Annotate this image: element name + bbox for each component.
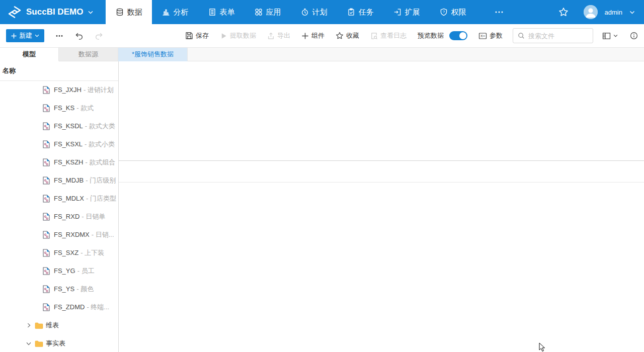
brand-chevron-down-icon	[88, 11, 93, 14]
model-canvas[interactable]	[119, 61, 644, 352]
nav-item-more[interactable]	[476, 0, 522, 24]
nav-label: 应用	[266, 8, 281, 17]
username-label[interactable]: admin	[605, 9, 622, 16]
file-tree-item[interactable]: FS_SXZ- 上下装	[0, 244, 118, 262]
file-description: - 门店类型	[86, 195, 116, 202]
save-icon	[185, 32, 193, 40]
main-area: 名称 FS_JXJH- 进销计划 FS_KS- 款式	[0, 61, 644, 352]
favorite-star-icon[interactable]	[558, 7, 569, 17]
folder-label: 事实表	[46, 339, 65, 348]
file-tree-item[interactable]: FS_YG- 员工	[0, 262, 118, 280]
succbi-logo-icon	[8, 6, 21, 19]
nav-item-permissions[interactable]: ? 权限	[430, 0, 476, 24]
model-file-icon	[43, 285, 50, 293]
file-description: - 款式	[76, 104, 94, 112]
folder-row-dimension-tables[interactable]: 维表	[0, 316, 118, 334]
shield-icon: ?	[440, 8, 448, 16]
file-tree-item[interactable]: FS_JXJH- 进销计划	[0, 81, 118, 99]
stopwatch-icon	[301, 8, 309, 16]
file-code: FS_KS	[54, 104, 74, 112]
toolbar-more-button[interactable]	[55, 35, 63, 37]
params-icon: X=	[478, 32, 487, 40]
file-description: - 款式组合	[86, 158, 116, 166]
nav-label: 数据	[127, 8, 142, 17]
play-icon	[220, 32, 227, 40]
model-sidebar: 名称 FS_JXJH- 进销计划 FS_KS- 款式	[0, 61, 119, 352]
extract-data-label: 提取数据	[230, 31, 256, 40]
new-button-label: 新建	[19, 31, 32, 40]
file-code: FS_MDJB	[54, 177, 84, 184]
undo-button[interactable]	[74, 32, 84, 40]
tab-model[interactable]: 模型	[0, 48, 59, 61]
file-code: FS_YS	[54, 285, 74, 293]
nav-item-data[interactable]: 数据	[106, 0, 152, 24]
extract-data-button[interactable]: 提取数据	[220, 31, 256, 40]
search-files-box[interactable]	[513, 28, 593, 43]
file-code: FS_RXD	[54, 213, 79, 220]
favorite-button[interactable]: 收藏	[336, 31, 359, 40]
folder-icon	[35, 322, 43, 329]
nav-item-forms[interactable]: 表单	[198, 0, 245, 24]
file-tree-item[interactable]: FS_KS- 款式	[0, 99, 118, 117]
model-file-icon	[43, 122, 50, 130]
redo-button[interactable]	[95, 32, 104, 40]
export-button[interactable]: 导出	[267, 31, 290, 40]
export-icon	[267, 32, 275, 40]
preview-data-toggle[interactable]	[449, 31, 467, 40]
file-tree-item[interactable]: FS_RXD- 日销单	[0, 208, 118, 226]
chevron-right-icon[interactable]	[25, 322, 32, 329]
file-description: - 门店级别	[86, 177, 116, 184]
info-button[interactable]	[630, 32, 638, 40]
component-button[interactable]: 组件	[301, 31, 325, 40]
file-code: FS_KSDL	[54, 122, 83, 130]
layout-switch-button[interactable]	[602, 32, 618, 40]
file-code: FS_RXDMX	[54, 231, 90, 238]
model-file-icon	[43, 267, 50, 275]
brand-title: SuccBI DEMO	[26, 7, 83, 17]
nav-label: 表单	[220, 8, 235, 17]
sidebar-header-name: 名称	[0, 61, 118, 81]
tab-document-clothing-sales[interactable]: *服饰销售数据	[118, 48, 188, 61]
preview-data-control: 预览数据	[418, 31, 467, 40]
new-button[interactable]: 新建	[6, 29, 44, 42]
nav-item-plans[interactable]: 计划	[291, 0, 337, 24]
file-code: FS_KSZH	[54, 158, 84, 166]
brand-area[interactable]: SuccBI DEMO	[0, 0, 106, 24]
nav-item-analysis[interactable]: 分析	[152, 0, 198, 24]
file-tree-item[interactable]: FS_KSZH- 款式组合	[0, 153, 118, 171]
nav-label: 扩展	[405, 8, 420, 17]
save-button[interactable]: 保存	[185, 31, 209, 40]
model-file-icon	[43, 231, 50, 239]
chevron-down-icon[interactable]	[25, 340, 32, 347]
nav-item-apps[interactable]: 应用	[245, 0, 291, 24]
params-button[interactable]: X= 参数	[478, 31, 503, 40]
model-file-icon	[43, 140, 50, 148]
nav-item-tasks[interactable]: 任务	[337, 0, 383, 24]
bar-chart-icon	[162, 8, 170, 16]
info-icon	[630, 32, 638, 40]
user-avatar[interactable]	[584, 5, 598, 19]
search-input[interactable]	[528, 32, 584, 40]
file-code: FS_ZDMD	[54, 303, 85, 311]
file-tree-item[interactable]: FS_MDJB- 门店级别	[0, 171, 118, 190]
user-chevron-down-icon[interactable]	[629, 11, 635, 14]
params-label: 参数	[490, 31, 503, 40]
file-tree-item[interactable]: FS_YS- 颜色	[0, 280, 118, 298]
folder-label: 维表	[46, 321, 59, 330]
file-tree-item[interactable]: FS_KSDL- 款式大类	[0, 117, 118, 135]
file-tree-item[interactable]: FS_RXDMX- 日销...	[0, 226, 118, 244]
file-tree-item[interactable]: FS_ZDMD- 终端...	[0, 298, 118, 316]
file-tree-item[interactable]: FS_KSXL- 款式小类	[0, 135, 118, 153]
log-search-icon	[370, 32, 378, 40]
file-description: - 员工	[77, 267, 95, 275]
tab-datasource[interactable]: 数据源	[59, 48, 118, 61]
favorite-label: 收藏	[346, 31, 359, 40]
view-log-button[interactable]: 查看日志	[370, 31, 407, 40]
folder-row-fact-tables[interactable]: 事实表	[0, 334, 118, 352]
file-tree: FS_JXJH- 进销计划 FS_KS- 款式 FS_KSDL- 款式大类	[0, 81, 118, 352]
model-file-icon	[43, 195, 50, 203]
more-dots-icon	[495, 11, 504, 14]
file-tree-item[interactable]: FS_MDLX- 门店类型	[0, 190, 118, 208]
top-navigation-bar: SuccBI DEMO 数据 分析	[0, 0, 644, 24]
nav-item-extensions[interactable]: 扩展	[383, 0, 430, 24]
